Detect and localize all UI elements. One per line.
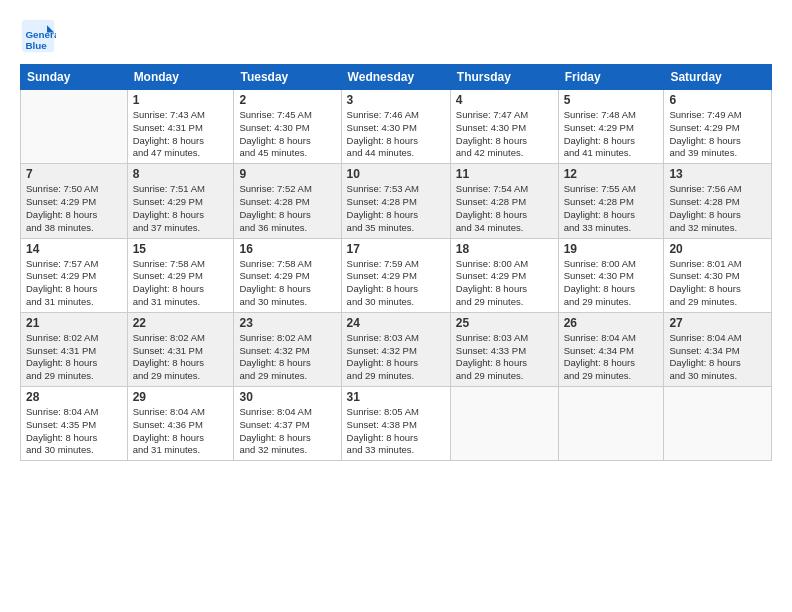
- calendar-cell: 21Sunrise: 8:02 AM Sunset: 4:31 PM Dayli…: [21, 312, 128, 386]
- day-number: 3: [347, 93, 445, 107]
- day-info: Sunrise: 8:04 AM Sunset: 4:34 PM Dayligh…: [669, 332, 766, 383]
- calendar-cell: 17Sunrise: 7:59 AM Sunset: 4:29 PM Dayli…: [341, 238, 450, 312]
- calendar-cell: 22Sunrise: 8:02 AM Sunset: 4:31 PM Dayli…: [127, 312, 234, 386]
- calendar-cell: [450, 387, 558, 461]
- day-info: Sunrise: 7:56 AM Sunset: 4:28 PM Dayligh…: [669, 183, 766, 234]
- calendar-cell: 25Sunrise: 8:03 AM Sunset: 4:33 PM Dayli…: [450, 312, 558, 386]
- day-number: 19: [564, 242, 659, 256]
- day-info: Sunrise: 8:02 AM Sunset: 4:31 PM Dayligh…: [26, 332, 122, 383]
- day-number: 30: [239, 390, 335, 404]
- calendar-cell: 19Sunrise: 8:00 AM Sunset: 4:30 PM Dayli…: [558, 238, 664, 312]
- day-number: 22: [133, 316, 229, 330]
- weekday-header-thursday: Thursday: [450, 65, 558, 90]
- calendar-cell: 8Sunrise: 7:51 AM Sunset: 4:29 PM Daylig…: [127, 164, 234, 238]
- weekday-header-wednesday: Wednesday: [341, 65, 450, 90]
- day-info: Sunrise: 7:47 AM Sunset: 4:30 PM Dayligh…: [456, 109, 553, 160]
- calendar-cell: 9Sunrise: 7:52 AM Sunset: 4:28 PM Daylig…: [234, 164, 341, 238]
- calendar-cell: 4Sunrise: 7:47 AM Sunset: 4:30 PM Daylig…: [450, 90, 558, 164]
- calendar-cell: 23Sunrise: 8:02 AM Sunset: 4:32 PM Dayli…: [234, 312, 341, 386]
- calendar-cell: 18Sunrise: 8:00 AM Sunset: 4:29 PM Dayli…: [450, 238, 558, 312]
- calendar-week-row: 1Sunrise: 7:43 AM Sunset: 4:31 PM Daylig…: [21, 90, 772, 164]
- day-info: Sunrise: 8:04 AM Sunset: 4:35 PM Dayligh…: [26, 406, 122, 457]
- day-info: Sunrise: 7:55 AM Sunset: 4:28 PM Dayligh…: [564, 183, 659, 234]
- day-number: 12: [564, 167, 659, 181]
- day-number: 17: [347, 242, 445, 256]
- day-info: Sunrise: 7:51 AM Sunset: 4:29 PM Dayligh…: [133, 183, 229, 234]
- day-number: 18: [456, 242, 553, 256]
- calendar-week-row: 21Sunrise: 8:02 AM Sunset: 4:31 PM Dayli…: [21, 312, 772, 386]
- day-number: 28: [26, 390, 122, 404]
- calendar-cell: 27Sunrise: 8:04 AM Sunset: 4:34 PM Dayli…: [664, 312, 772, 386]
- day-info: Sunrise: 8:04 AM Sunset: 4:36 PM Dayligh…: [133, 406, 229, 457]
- day-number: 11: [456, 167, 553, 181]
- day-info: Sunrise: 7:53 AM Sunset: 4:28 PM Dayligh…: [347, 183, 445, 234]
- calendar-cell: 1Sunrise: 7:43 AM Sunset: 4:31 PM Daylig…: [127, 90, 234, 164]
- calendar-cell: 11Sunrise: 7:54 AM Sunset: 4:28 PM Dayli…: [450, 164, 558, 238]
- day-info: Sunrise: 8:01 AM Sunset: 4:30 PM Dayligh…: [669, 258, 766, 309]
- weekday-header-sunday: Sunday: [21, 65, 128, 90]
- day-number: 31: [347, 390, 445, 404]
- calendar-cell: 6Sunrise: 7:49 AM Sunset: 4:29 PM Daylig…: [664, 90, 772, 164]
- day-info: Sunrise: 7:45 AM Sunset: 4:30 PM Dayligh…: [239, 109, 335, 160]
- day-info: Sunrise: 8:04 AM Sunset: 4:37 PM Dayligh…: [239, 406, 335, 457]
- day-info: Sunrise: 7:59 AM Sunset: 4:29 PM Dayligh…: [347, 258, 445, 309]
- day-number: 26: [564, 316, 659, 330]
- day-info: Sunrise: 7:50 AM Sunset: 4:29 PM Dayligh…: [26, 183, 122, 234]
- calendar-week-row: 7Sunrise: 7:50 AM Sunset: 4:29 PM Daylig…: [21, 164, 772, 238]
- day-number: 15: [133, 242, 229, 256]
- svg-text:Blue: Blue: [25, 40, 47, 51]
- calendar-table: SundayMondayTuesdayWednesdayThursdayFrid…: [20, 64, 772, 461]
- day-info: Sunrise: 7:54 AM Sunset: 4:28 PM Dayligh…: [456, 183, 553, 234]
- day-number: 14: [26, 242, 122, 256]
- day-number: 4: [456, 93, 553, 107]
- day-number: 16: [239, 242, 335, 256]
- day-number: 9: [239, 167, 335, 181]
- day-number: 29: [133, 390, 229, 404]
- day-number: 13: [669, 167, 766, 181]
- weekday-header-saturday: Saturday: [664, 65, 772, 90]
- calendar-cell: 13Sunrise: 7:56 AM Sunset: 4:28 PM Dayli…: [664, 164, 772, 238]
- day-info: Sunrise: 8:00 AM Sunset: 4:30 PM Dayligh…: [564, 258, 659, 309]
- day-info: Sunrise: 8:02 AM Sunset: 4:32 PM Dayligh…: [239, 332, 335, 383]
- calendar-cell: 3Sunrise: 7:46 AM Sunset: 4:30 PM Daylig…: [341, 90, 450, 164]
- day-number: 1: [133, 93, 229, 107]
- calendar-week-row: 14Sunrise: 7:57 AM Sunset: 4:29 PM Dayli…: [21, 238, 772, 312]
- day-number: 24: [347, 316, 445, 330]
- calendar-cell: 7Sunrise: 7:50 AM Sunset: 4:29 PM Daylig…: [21, 164, 128, 238]
- calendar-cell: 29Sunrise: 8:04 AM Sunset: 4:36 PM Dayli…: [127, 387, 234, 461]
- day-info: Sunrise: 7:48 AM Sunset: 4:29 PM Dayligh…: [564, 109, 659, 160]
- calendar-cell: 28Sunrise: 8:04 AM Sunset: 4:35 PM Dayli…: [21, 387, 128, 461]
- day-info: Sunrise: 7:43 AM Sunset: 4:31 PM Dayligh…: [133, 109, 229, 160]
- day-info: Sunrise: 8:03 AM Sunset: 4:33 PM Dayligh…: [456, 332, 553, 383]
- day-info: Sunrise: 7:58 AM Sunset: 4:29 PM Dayligh…: [133, 258, 229, 309]
- day-number: 2: [239, 93, 335, 107]
- weekday-header-friday: Friday: [558, 65, 664, 90]
- calendar-cell: 5Sunrise: 7:48 AM Sunset: 4:29 PM Daylig…: [558, 90, 664, 164]
- calendar-cell: 31Sunrise: 8:05 AM Sunset: 4:38 PM Dayli…: [341, 387, 450, 461]
- day-number: 20: [669, 242, 766, 256]
- day-number: 23: [239, 316, 335, 330]
- day-number: 7: [26, 167, 122, 181]
- calendar-cell: 12Sunrise: 7:55 AM Sunset: 4:28 PM Dayli…: [558, 164, 664, 238]
- day-info: Sunrise: 7:46 AM Sunset: 4:30 PM Dayligh…: [347, 109, 445, 160]
- day-info: Sunrise: 8:04 AM Sunset: 4:34 PM Dayligh…: [564, 332, 659, 383]
- calendar-cell: 24Sunrise: 8:03 AM Sunset: 4:32 PM Dayli…: [341, 312, 450, 386]
- day-info: Sunrise: 8:05 AM Sunset: 4:38 PM Dayligh…: [347, 406, 445, 457]
- day-info: Sunrise: 8:02 AM Sunset: 4:31 PM Dayligh…: [133, 332, 229, 383]
- day-number: 21: [26, 316, 122, 330]
- day-info: Sunrise: 8:00 AM Sunset: 4:29 PM Dayligh…: [456, 258, 553, 309]
- calendar-cell: [664, 387, 772, 461]
- page-container: General Blue SundayMondayTuesdayWednesda…: [0, 0, 792, 471]
- logo: General Blue: [20, 18, 62, 54]
- calendar-cell: 16Sunrise: 7:58 AM Sunset: 4:29 PM Dayli…: [234, 238, 341, 312]
- weekday-header-tuesday: Tuesday: [234, 65, 341, 90]
- logo-icon: General Blue: [20, 18, 56, 54]
- calendar-cell: [558, 387, 664, 461]
- day-number: 6: [669, 93, 766, 107]
- day-info: Sunrise: 7:49 AM Sunset: 4:29 PM Dayligh…: [669, 109, 766, 160]
- day-number: 27: [669, 316, 766, 330]
- day-info: Sunrise: 7:52 AM Sunset: 4:28 PM Dayligh…: [239, 183, 335, 234]
- calendar-week-row: 28Sunrise: 8:04 AM Sunset: 4:35 PM Dayli…: [21, 387, 772, 461]
- calendar-cell: [21, 90, 128, 164]
- calendar-cell: 30Sunrise: 8:04 AM Sunset: 4:37 PM Dayli…: [234, 387, 341, 461]
